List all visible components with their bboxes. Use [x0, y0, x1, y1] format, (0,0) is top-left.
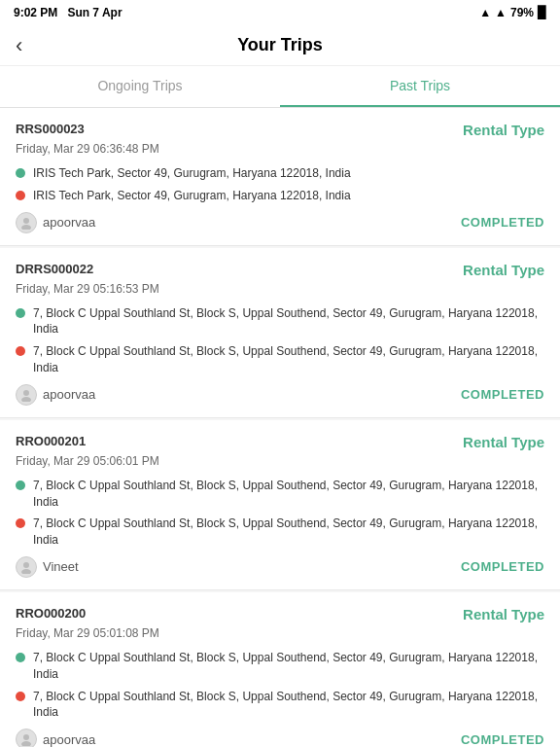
pickup-row: IRIS Tech Park, Sector 49, Gurugram, Har… — [16, 165, 544, 182]
trip-footer: apoorvaa COMPLETED — [16, 729, 544, 747]
trip-card[interactable]: DRRS000022 Rental Type Friday, Mar 29 05… — [0, 248, 560, 418]
driver-avatar — [16, 384, 37, 406]
status-day: Sun 7 Apr — [67, 6, 122, 19]
trip-date: Friday, Mar 29 06:36:48 PM — [16, 142, 544, 156]
driver-avatar — [16, 556, 37, 578]
pickup-row: 7, Block C Uppal Southland St, Block S, … — [16, 305, 544, 338]
trip-header: RRS000023 Rental Type — [16, 122, 544, 138]
dropoff-location: 7, Block C Uppal Southland St, Block S, … — [33, 343, 544, 376]
trip-footer: apoorvaa COMPLETED — [16, 212, 544, 233]
driver-name: apoorvaa — [43, 215, 95, 230]
trip-id: RRO000200 — [16, 606, 86, 621]
status-badge: COMPLETED — [461, 732, 544, 747]
driver-avatar — [16, 212, 37, 233]
status-bar: 9:02 PM Sun 7 Apr ▲ ▲ 79% ▉ — [0, 0, 560, 25]
page-title: Your Trips — [237, 35, 323, 55]
pickup-location: 7, Block C Uppal Southland St, Block S, … — [33, 650, 544, 683]
trip-header: RRO000201 Rental Type — [16, 434, 544, 450]
rental-type-label: Rental Type — [463, 434, 544, 450]
trip-id: DRRS000022 — [16, 262, 93, 276]
status-time: 9:02 PM — [14, 6, 57, 19]
trip-id: RRS000023 — [16, 122, 85, 136]
status-badge: COMPLETED — [461, 215, 544, 230]
pickup-dot — [16, 480, 25, 490]
svg-point-4 — [23, 562, 29, 568]
tab-past[interactable]: Past Trips — [280, 66, 560, 107]
dropoff-row: 7, Block C Uppal Southland St, Block S, … — [16, 343, 544, 376]
dropoff-dot — [16, 346, 25, 356]
back-button[interactable]: ‹ — [16, 35, 22, 56]
svg-point-6 — [23, 734, 29, 740]
trip-footer: Vineet COMPLETED — [16, 556, 544, 578]
page-header: ‹ Your Trips — [0, 25, 560, 66]
trip-id: RRO000201 — [16, 434, 86, 448]
rental-type-label: Rental Type — [463, 606, 544, 622]
dropoff-dot — [16, 692, 25, 701]
dropoff-row: IRIS Tech Park, Sector 49, Gurugram, Har… — [16, 188, 544, 204]
trip-date: Friday, Mar 29 05:01:08 PM — [16, 626, 544, 640]
trip-date: Friday, Mar 29 05:06:01 PM — [16, 454, 544, 468]
battery-icon: ▉ — [538, 6, 546, 19]
dropoff-dot — [16, 191, 25, 200]
dropoff-row: 7, Block C Uppal Southland St, Block S, … — [16, 516, 544, 549]
svg-point-5 — [21, 569, 31, 574]
pickup-dot — [16, 653, 25, 662]
svg-point-3 — [21, 397, 31, 402]
trip-card[interactable]: RRS000023 Rental Type Friday, Mar 29 06:… — [0, 108, 560, 246]
dropoff-location: IRIS Tech Park, Sector 49, Gurugram, Har… — [33, 188, 544, 204]
driver-name: Vineet — [43, 559, 79, 574]
rental-type-label: Rental Type — [463, 122, 544, 138]
svg-point-1 — [21, 225, 31, 230]
status-badge: COMPLETED — [461, 387, 544, 402]
trip-date: Friday, Mar 29 05:16:53 PM — [16, 282, 544, 296]
trips-list: RRS000023 Rental Type Friday, Mar 29 06:… — [0, 108, 560, 747]
driver-avatar — [16, 729, 37, 747]
driver-name: apoorvaa — [43, 732, 95, 747]
dropoff-location: 7, Block C Uppal Southland St, Block S, … — [33, 516, 544, 549]
driver-name: apoorvaa — [43, 387, 95, 402]
trip-footer: apoorvaa COMPLETED — [16, 384, 544, 406]
dropoff-location: 7, Block C Uppal Southland St, Block S, … — [33, 689, 544, 722]
pickup-row: 7, Block C Uppal Southland St, Block S, … — [16, 478, 544, 511]
tab-bar: Ongoing Trips Past Trips — [0, 66, 560, 108]
status-badge: COMPLETED — [461, 559, 544, 574]
pickup-dot — [16, 308, 25, 318]
driver-info: apoorvaa — [16, 384, 95, 406]
trip-card[interactable]: RRO000201 Rental Type Friday, Mar 29 05:… — [0, 420, 560, 590]
trip-card[interactable]: RRO000200 Rental Type Friday, Mar 29 05:… — [0, 592, 560, 747]
driver-info: Vineet — [16, 556, 79, 578]
pickup-row: 7, Block C Uppal Southland St, Block S, … — [16, 650, 544, 683]
pickup-location: IRIS Tech Park, Sector 49, Gurugram, Har… — [33, 165, 544, 182]
svg-point-7 — [21, 741, 31, 746]
trip-header: DRRS000022 Rental Type — [16, 262, 544, 278]
trip-header: RRO000200 Rental Type — [16, 606, 544, 622]
rental-type-label: Rental Type — [463, 262, 544, 278]
dropoff-dot — [16, 518, 25, 528]
svg-point-0 — [23, 218, 29, 224]
driver-info: apoorvaa — [16, 729, 95, 747]
battery-level: 79% — [510, 6, 534, 19]
pickup-dot — [16, 168, 25, 178]
signal-icon: ▲ — [495, 6, 507, 19]
pickup-location: 7, Block C Uppal Southland St, Block S, … — [33, 478, 544, 511]
svg-point-2 — [23, 390, 29, 396]
wifi-icon: ▲ — [479, 6, 491, 19]
dropoff-row: 7, Block C Uppal Southland St, Block S, … — [16, 689, 544, 722]
pickup-location: 7, Block C Uppal Southland St, Block S, … — [33, 305, 544, 338]
tab-ongoing[interactable]: Ongoing Trips — [0, 66, 280, 107]
driver-info: apoorvaa — [16, 212, 95, 233]
